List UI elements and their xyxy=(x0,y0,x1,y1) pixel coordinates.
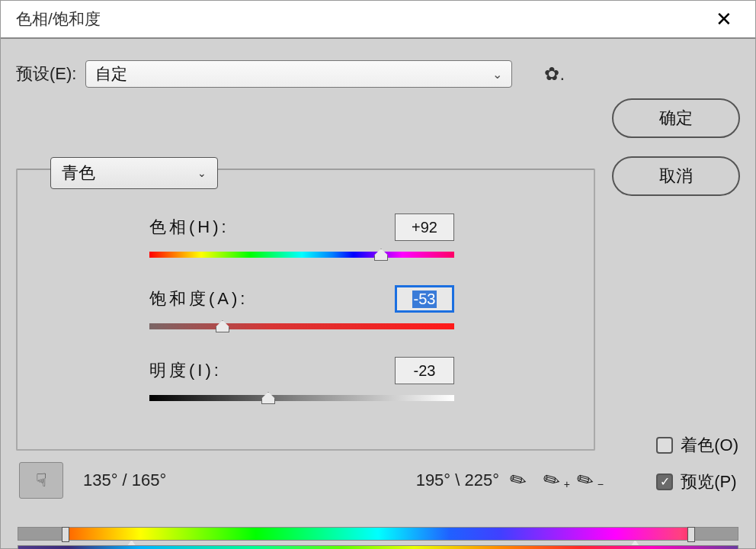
ok-label: 确定 xyxy=(659,107,693,130)
cancel-label: 取消 xyxy=(659,165,693,188)
preset-select[interactable]: 自定 ⌄ xyxy=(85,60,512,88)
checkbox-box xyxy=(656,474,673,490)
saturation-thumb[interactable] xyxy=(216,320,229,332)
hue-row: 色相(H): +92 xyxy=(149,210,454,244)
colorize-label: 着色(O) xyxy=(681,434,738,457)
preview-checkbox[interactable]: 预览(P) xyxy=(656,470,738,493)
hue-input[interactable]: +92 xyxy=(395,214,454,241)
preset-label: 预设(E): xyxy=(16,63,76,85)
preset-row: 预设(E): 自定 ⌄ ✿. xyxy=(16,60,740,88)
dialog-title: 色相/饱和度 xyxy=(16,8,708,30)
hue-label: 色相(H): xyxy=(149,216,229,239)
action-buttons: 确定 取消 xyxy=(612,98,740,196)
dialog-body: 预设(E): 自定 ⌄ ✿. 确定 取消 青色 ⌄ 色相(H): +92 xyxy=(1,39,755,548)
colorize-checkbox[interactable]: 着色(O) xyxy=(656,434,738,457)
lightness-input[interactable]: -23 xyxy=(395,357,454,384)
range-falloff-left xyxy=(18,528,62,540)
spectrum-result xyxy=(18,545,738,549)
preset-value: 自定 xyxy=(95,63,127,85)
chevron-down-icon: ⌄ xyxy=(492,67,502,82)
lightness-row: 明度(I): -23 xyxy=(149,354,454,387)
hue-thumb[interactable] xyxy=(374,249,388,261)
range-marker[interactable] xyxy=(687,527,695,542)
ok-button[interactable]: 确定 xyxy=(612,98,740,138)
saturation-input[interactable]: -53 xyxy=(395,285,454,313)
tool-row: ☟ 135° / 165° 195° \ 225° ✎ ✎+ ✎− xyxy=(19,462,598,499)
cancel-button[interactable]: 取消 xyxy=(612,156,740,196)
saturation-slider[interactable] xyxy=(149,323,454,329)
hue-saturation-dialog: 色相/饱和度 ✕ 预设(E): 自定 ⌄ ✿. 确定 取消 青色 ⌄ 色相(H)… xyxy=(0,0,756,549)
range-marker[interactable] xyxy=(62,527,69,542)
eyedropper-add-icon[interactable]: ✎+ xyxy=(539,466,565,495)
eyedropper-icon[interactable]: ✎ xyxy=(505,466,532,495)
preset-options-button[interactable]: ✿. xyxy=(544,63,565,85)
channel-select[interactable]: 青色 ⌄ xyxy=(50,157,218,189)
range-left: 135° / 165° xyxy=(83,470,166,490)
lightness-label: 明度(I): xyxy=(149,359,222,382)
sliders: 色相(H): +92 饱和度(A): -53 明度(I): -23 xyxy=(149,210,454,425)
range-right: 195° \ 225° xyxy=(416,470,499,490)
saturation-label: 饱和度(A): xyxy=(149,287,248,310)
gear-icon: ✿. xyxy=(544,63,565,85)
preview-label: 预览(P) xyxy=(681,470,736,493)
channel-value: 青色 xyxy=(62,162,95,185)
lightness-slider[interactable] xyxy=(149,395,454,401)
chevron-down-icon: ⌄ xyxy=(197,167,207,179)
lightness-thumb[interactable] xyxy=(261,392,275,404)
checkbox-box xyxy=(656,437,673,454)
spectrum-strips xyxy=(18,527,738,549)
spectrum-source[interactable] xyxy=(18,527,738,541)
checkboxes: 着色(O) 预览(P) xyxy=(656,434,738,493)
hue-slider[interactable] xyxy=(149,252,454,258)
close-icon[interactable]: ✕ xyxy=(708,6,740,32)
titlebar: 色相/饱和度 ✕ xyxy=(1,1,755,39)
hand-icon: ☟ xyxy=(36,470,47,491)
targeted-adjust-button[interactable]: ☟ xyxy=(19,462,63,499)
eyedroppers: ✎ ✎+ ✎− xyxy=(510,469,594,493)
eyedropper-subtract-icon[interactable]: ✎− xyxy=(572,466,599,495)
saturation-row: 饱和度(A): -53 xyxy=(149,282,454,316)
